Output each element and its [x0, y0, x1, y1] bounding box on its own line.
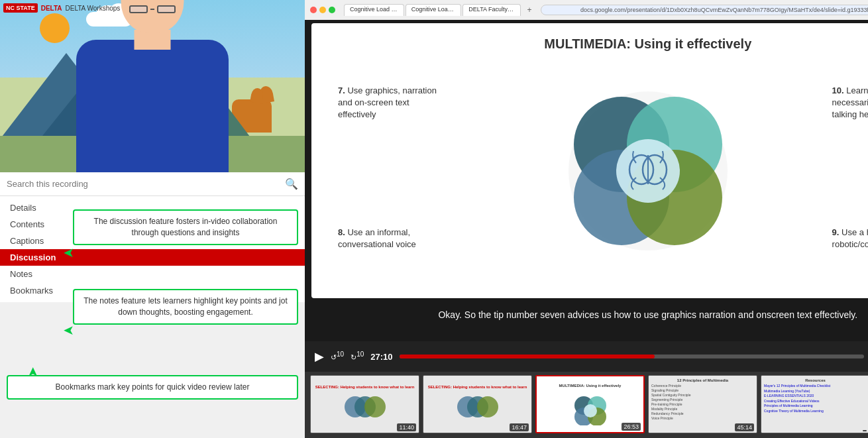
notes-arrow: ➤ [63, 322, 74, 338]
rewind-button[interactable]: ↺10 [331, 351, 344, 362]
search-bar: 🔍 [0, 172, 305, 196]
thumb-time-2: 16:47 [510, 423, 529, 431]
transcript-text: Okay. So the tip number seven advices us… [438, 309, 857, 320]
address-bar[interactable]: docs.google.com/presentation/d/1Dxb0Xzh8… [541, 5, 868, 15]
browser-tab-2[interactable]: Cognitive Load Essentials... [406, 4, 462, 16]
thumbnail-2[interactable]: SELECTING: Helping students to know what… [423, 375, 532, 433]
search-icon[interactable]: 🔍 [285, 178, 298, 190]
thumbnail-1[interactable]: SELECTING: Helping students to know what… [310, 375, 419, 433]
discussion-annotation-box: The discussion feature fosters in-video … [73, 209, 298, 245]
thumbnail-strip: SELECTING: Helping students to know what… [305, 372, 868, 438]
slide-area: MULTIMEDIA: Using it effectively 7. Use … [311, 23, 868, 298]
current-time: 27:10 [370, 352, 392, 362]
delta-text: DELTA [41, 5, 62, 12]
thumb-time-3: 26:53 [622, 423, 641, 431]
progress-fill [400, 355, 655, 358]
bookmarks-annotation-box: Bookmarks mark key points for quick vide… [7, 375, 298, 400]
svg-point-14 [477, 396, 498, 417]
point8-label: 8. Use an informal, conversational voice [338, 227, 444, 250]
browser-tab-3[interactable]: DELTA Faculty Support Flo... [462, 4, 520, 16]
point10-label: 10. Learners might not necessarily learn… [832, 85, 868, 121]
player-controls: ▶ ↺10 ↻10 27:10 -20:40 🔊 CC ⚙ ⛶ ⟩ [305, 341, 868, 372]
thumb-time-4: 45:14 [735, 423, 754, 431]
slide-title: MULTIMEDIA: Using it effectively [331, 36, 868, 52]
thumbnail-5[interactable]: Resources Mayer's 12 Principles of Multi… [761, 375, 868, 433]
browser-tab-1[interactable]: Cognitive Load Essentials fo... [344, 4, 404, 16]
point9-label: 9. Use a human voice, not a robotic/comp… [832, 227, 868, 250]
forward-button[interactable]: ↻10 [351, 351, 364, 362]
thumb-time-1: 11:40 [397, 423, 416, 431]
nc-state-badge: NC STATE DELTA DELTA Workshops [3, 3, 120, 13]
play-button[interactable]: ▶ [315, 349, 324, 364]
point7-label: 7. Use graphics, narration and on-screen… [338, 85, 444, 121]
search-input[interactable] [7, 179, 285, 189]
thumbnail-3[interactable]: MULTIMEDIA: Using it effectively 26:53 [535, 375, 645, 433]
progress-bar[interactable] [400, 355, 864, 358]
thumbnail-4[interactable]: 12 Principles of Multimedia Coherence Pr… [648, 375, 757, 433]
svg-point-19 [584, 404, 597, 417]
browser-bar: Cognitive Load Essentials fo... Cognitiv… [305, 0, 868, 20]
bookmarks-arrow: ➤ [25, 366, 40, 378]
notes-annotation-box: The notes feature lets learners highligh… [73, 289, 298, 325]
multimedia-diagram [542, 72, 754, 270]
svg-point-11 [364, 396, 386, 417]
nc-state-logo: NC STATE [3, 3, 38, 13]
speaker-video: NC STATE DELTA DELTA Workshops [0, 0, 305, 172]
transcript-area: Okay. So the tip number seven advices us… [305, 301, 868, 341]
discussion-arrow: ➤ [63, 245, 74, 260]
left-panel: NC STATE DELTA DELTA Workshops 🔍 Details… [0, 0, 305, 438]
right-panel: Cognitive Load Essentials fo... Cognitiv… [305, 0, 868, 438]
sidebar-item-discussion[interactable]: Discussion [0, 249, 305, 266]
thumb-time-5 [863, 430, 867, 431]
sidebar-item-notes[interactable]: Notes [0, 266, 305, 282]
workshops-text: DELTA Workshops [66, 5, 121, 12]
new-tab-button[interactable]: + [522, 4, 537, 16]
